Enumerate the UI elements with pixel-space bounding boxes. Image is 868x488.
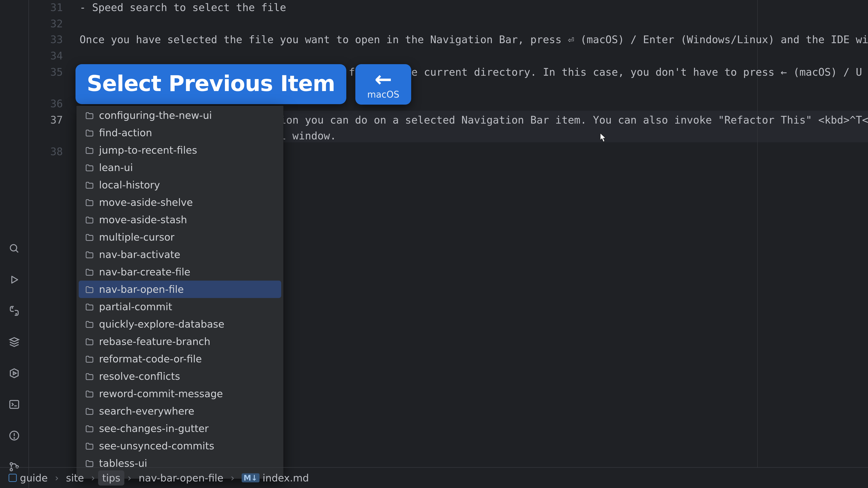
dropdown-item-label: nav-bar-open-file [99, 284, 184, 295]
dropdown-item-label: see-unsynced-commits [99, 440, 214, 452]
dropdown-item[interactable]: nav-bar-activate [79, 246, 281, 263]
breadcrumb-item[interactable]: guide [4, 470, 52, 486]
dropdown-item[interactable]: jump-to-recent-files [79, 141, 281, 159]
dropdown-item-label: quickly-explore-database [99, 318, 224, 330]
svg-rect-8 [10, 400, 19, 409]
project-icon [8, 474, 17, 482]
dropdown-item-label: configuring-the-new-ui [99, 109, 212, 121]
dropdown-item[interactable]: find-action [79, 124, 281, 141]
dropdown-item-label: multiple-cursor [99, 231, 175, 243]
dropdown-item-label: find-action [99, 127, 152, 138]
search-icon[interactable] [7, 242, 21, 255]
dropdown-item[interactable]: see-unsynced-commits [79, 437, 281, 455]
dropdown-item[interactable]: reformat-code-or-file [79, 350, 281, 367]
breadcrumb-label: nav-bar-open-file [138, 472, 223, 484]
folder-icon [85, 128, 94, 137]
folder-icon [85, 181, 94, 190]
dropdown-item[interactable]: search-everywhere [79, 402, 281, 420]
folder-icon [85, 320, 94, 329]
folder-icon [85, 459, 94, 468]
folder-icon [85, 233, 94, 242]
folder-icon [85, 111, 94, 120]
svg-line-1 [16, 250, 18, 252]
line-number: 38 [40, 147, 63, 157]
code-line: Once you have selected the file you want… [80, 34, 868, 45]
dropdown-item-label: search-everywhere [99, 405, 194, 417]
svg-point-4 [16, 314, 17, 314]
dropdown-item[interactable]: local-history [79, 176, 281, 194]
folder-icon [85, 198, 94, 207]
dropdown-item[interactable]: quickly-explore-database [79, 315, 281, 333]
folder-icon [85, 442, 94, 451]
breadcrumb-item[interactable]: M↓index.md [238, 470, 313, 486]
shortcut-box: ← macOS [355, 64, 411, 105]
line-number: 37 [40, 115, 63, 125]
line-number: 34 [40, 51, 63, 61]
nav-bar-dropdown[interactable]: configuring-the-new-uifind-actionjump-to… [76, 106, 283, 479]
mouse-cursor [600, 133, 607, 143]
line-number: 32 [40, 19, 63, 29]
dropdown-item[interactable]: nav-bar-open-file [79, 281, 281, 298]
shortcut-os: macOS [367, 89, 399, 100]
run-icon[interactable] [7, 273, 21, 287]
presentation-tooltip: Select Previous Item ← macOS [75, 64, 411, 105]
breadcrumb-item[interactable]: site [62, 470, 88, 486]
svg-point-3 [12, 308, 13, 308]
dropdown-item-label: nav-bar-activate [99, 249, 180, 260]
breadcrumb-label: site [66, 472, 84, 484]
dropdown-item[interactable]: see-changes-in-gutter [79, 420, 281, 437]
dropdown-item-label: move-aside-stash [99, 214, 187, 225]
svg-marker-2 [12, 276, 18, 283]
problems-icon[interactable] [7, 429, 21, 442]
svg-point-0 [10, 245, 17, 251]
folder-icon [85, 337, 94, 346]
breadcrumb[interactable]: guide›site›tips›nav-bar-open-file›M↓inde… [0, 467, 868, 488]
dropdown-item-label: see-changes-in-gutter [99, 423, 209, 434]
breadcrumb-item[interactable]: tips [98, 470, 124, 486]
dropdown-item[interactable]: lean-ui [79, 159, 281, 176]
dropdown-item[interactable]: move-aside-shelve [79, 194, 281, 211]
markdown-icon: M↓ [242, 473, 259, 482]
dropdown-item[interactable]: nav-bar-create-file [79, 263, 281, 281]
folder-icon [85, 407, 94, 416]
dropdown-item-label: reformat-code-or-file [99, 353, 202, 365]
dropdown-item[interactable]: rebase-feature-branch [79, 333, 281, 350]
breadcrumb-label: tips [102, 472, 120, 484]
dropdown-item-label: rebase-feature-branch [99, 336, 211, 347]
svg-point-12 [14, 438, 15, 438]
folder-icon [85, 424, 94, 433]
dropdown-item-label: nav-bar-create-file [99, 266, 190, 278]
chevron-right-icon: › [55, 473, 59, 484]
tooltip-title: Select Previous Item [75, 64, 346, 104]
chevron-right-icon: › [127, 473, 131, 484]
debug-icon[interactable] [7, 366, 21, 380]
python-console-icon[interactable] [7, 304, 21, 318]
dropdown-item-label: lean-ui [99, 162, 133, 173]
breadcrumb-item[interactable]: nav-bar-open-file [134, 470, 227, 486]
dropdown-item[interactable]: reword-commit-message [79, 385, 281, 402]
line-number: 33 [40, 34, 63, 45]
dropdown-item[interactable]: resolve-conflicts [79, 367, 281, 385]
dropdown-item[interactable]: move-aside-stash [79, 211, 281, 228]
breadcrumb-label: guide [20, 472, 48, 484]
folder-icon [85, 285, 94, 294]
folder-icon [85, 389, 94, 398]
services-icon[interactable] [7, 335, 21, 349]
terminal-icon[interactable] [7, 398, 21, 411]
dropdown-item-label: reword-commit-message [99, 388, 223, 399]
left-tool-strip [0, 0, 29, 488]
shortcut-key: ← [375, 70, 392, 89]
dropdown-item[interactable]: configuring-the-new-ui [79, 107, 281, 124]
editor-gutter: 3132333435363738 [29, 0, 76, 467]
folder-icon [85, 250, 94, 259]
svg-marker-7 [13, 372, 16, 375]
folder-icon [85, 163, 94, 172]
svg-marker-5 [10, 338, 19, 341]
line-number: 35 [40, 67, 63, 77]
dropdown-item-label: jump-to-recent-files [99, 144, 197, 156]
dropdown-item[interactable]: partial-commit [79, 298, 281, 315]
dropdown-item-label: resolve-conflicts [99, 370, 180, 382]
folder-icon [85, 146, 94, 155]
breadcrumb-label: index.md [263, 472, 309, 484]
dropdown-item[interactable]: multiple-cursor [79, 228, 281, 246]
